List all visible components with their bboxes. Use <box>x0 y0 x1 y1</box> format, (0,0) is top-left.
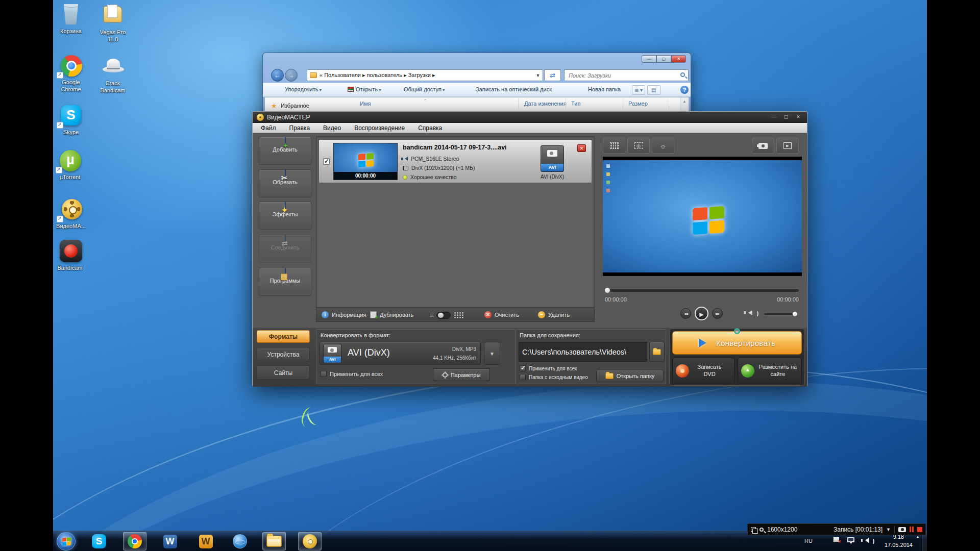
format-selector[interactable]: AVI AVI (DivX) DivX, MP3 44,1 KHz, 256Кб… <box>320 342 481 365</box>
minimize-button[interactable] <box>769 113 778 120</box>
item-checkbox[interactable] <box>323 158 330 165</box>
open-folder-button[interactable]: Открыть папку <box>596 370 664 382</box>
view-toggle[interactable] <box>430 311 464 319</box>
minimize-button[interactable]: — <box>642 55 656 63</box>
format-dropdown-button[interactable] <box>484 342 500 365</box>
close-button[interactable]: ✕ <box>671 55 686 63</box>
videomaster-titlebar[interactable]: ВидеоМАСТЕР <box>253 112 807 123</box>
fullscreen-button[interactable] <box>776 138 799 154</box>
join-button[interactable]: ⇄ Соединить <box>259 235 311 263</box>
forward-button[interactable]: → <box>285 69 298 82</box>
desktop-icon-vegas-pro[interactable]: Vegas Pro 11.0 <box>92 4 134 43</box>
parameters-button[interactable]: Параметры <box>433 368 490 381</box>
desktop-icon-videomaster[interactable]: ВидеоМА... <box>50 198 92 230</box>
close-button[interactable] <box>794 113 803 120</box>
taskbar-word-orange[interactable]: W <box>194 532 217 550</box>
clear-button[interactable]: ✕ Очистить <box>484 311 519 318</box>
seek-slider[interactable] <box>605 289 799 292</box>
desktop-icon-recycle-bin[interactable]: Корзина <box>50 3 92 35</box>
burn-button[interactable]: Записать на оптический диск <box>476 86 552 92</box>
taskbar-skype[interactable]: S <box>87 532 111 550</box>
dropdown-arrow-icon[interactable] <box>886 527 891 532</box>
desktop-icon-bandicam[interactable]: Bandicam <box>49 240 91 272</box>
speaker-icon[interactable] <box>863 538 869 543</box>
maximize-button[interactable]: ▢ <box>656 55 671 63</box>
organize-button[interactable]: Упорядочить <box>285 86 322 92</box>
desktop-icon-skype[interactable]: Skype <box>50 104 92 136</box>
menu-help[interactable]: Справка <box>418 124 442 132</box>
volume-knob[interactable] <box>792 311 798 317</box>
burn-dvd-button[interactable]: Записать DVD <box>672 358 734 384</box>
trim-button[interactable]: ✂ Обрезать <box>259 169 311 197</box>
delete-button[interactable]: – Удалить <box>538 311 570 318</box>
source-folder-checkbox-row[interactable]: Папка с исходным видео <box>520 374 588 380</box>
apply-all-checkbox-row[interactable]: Применить для всех <box>520 365 577 371</box>
column-header-name[interactable]: Имя <box>360 101 371 107</box>
effects-button[interactable]: ✦ Эффекты <box>259 202 311 230</box>
column-separator[interactable] <box>518 98 519 109</box>
brightness-button[interactable] <box>652 138 674 154</box>
column-separator[interactable] <box>566 98 566 109</box>
open-button[interactable]: Открыть <box>348 86 381 92</box>
search-box[interactable] <box>564 69 689 81</box>
zoom-icon[interactable] <box>760 528 764 532</box>
menu-video[interactable]: Видео <box>323 124 341 132</box>
menu-edit[interactable]: Правка <box>289 124 310 132</box>
column-header-size[interactable]: Размер <box>628 101 648 107</box>
desktop-icon-google-chrome[interactable]: Google Chrome <box>50 54 92 93</box>
column-header-date[interactable]: Дата изменения <box>524 101 567 107</box>
info-button[interactable]: i Информация <box>322 311 366 318</box>
checkbox[interactable] <box>321 371 327 377</box>
search-input[interactable] <box>565 70 688 81</box>
checkbox[interactable] <box>520 365 526 371</box>
save-path-input[interactable] <box>519 342 647 361</box>
save-path-field[interactable] <box>519 342 647 362</box>
taskbar-word[interactable]: W <box>158 532 182 550</box>
tab-devices[interactable]: Устройства <box>257 347 310 361</box>
action-center-flag-icon[interactable] <box>833 537 839 542</box>
network-icon[interactable] <box>847 537 854 542</box>
menu-file[interactable]: Файл <box>261 124 276 132</box>
snapshot-button[interactable] <box>752 138 774 154</box>
column-separator[interactable] <box>669 98 669 109</box>
desktop-icon-utorrent[interactable]: µTorrent <box>49 149 91 181</box>
next-button[interactable]: ▶▶ <box>712 308 723 319</box>
taskbar-videomaster[interactable] <box>298 532 322 550</box>
menu-playback[interactable]: Воспроизведение <box>354 124 405 132</box>
watermark-button[interactable] <box>627 138 650 154</box>
tab-formats[interactable]: Форматы <box>257 330 310 343</box>
taskbar-browser-globe[interactable] <box>228 532 252 550</box>
video-preview[interactable] <box>603 157 802 276</box>
screenshot-camera-icon[interactable] <box>898 527 906 532</box>
preview-pane-button[interactable]: ▤ <box>647 85 660 95</box>
share-button[interactable]: Общий доступ <box>404 86 445 92</box>
seek-knob[interactable] <box>604 287 610 293</box>
checkbox[interactable] <box>520 374 526 380</box>
convert-button[interactable]: Конвертировать <box>672 331 802 355</box>
volume-icon[interactable] <box>746 310 752 315</box>
programs-button[interactable]: ▦ Программы <box>259 268 311 296</box>
breadcrumb[interactable]: « Пользователи ▸ пользователь ▸ Загрузки… <box>320 72 533 79</box>
volume-slider[interactable] <box>764 313 797 315</box>
desktop-icon-crack-bandicam[interactable]: Crack Bandicam <box>92 55 134 94</box>
favorites-label[interactable]: Избранное <box>281 103 309 109</box>
apply-all-checkbox-row[interactable]: Применить для всех <box>321 371 383 377</box>
previous-button[interactable]: ◀◀ <box>680 308 691 319</box>
stop-recording-button[interactable] <box>917 527 922 532</box>
address-dropdown-arrow-icon[interactable] <box>533 73 543 78</box>
play-button[interactable]: ▶ <box>695 307 708 320</box>
change-view-button[interactable]: ≣ ▾ <box>632 85 645 95</box>
back-button[interactable]: ← <box>271 69 284 82</box>
show-hidden-icons-button[interactable] <box>916 535 920 539</box>
view-switch[interactable] <box>436 312 451 319</box>
upload-site-button[interactable]: Разместить на сайте <box>738 358 802 384</box>
duplicate-button[interactable]: Дублировать <box>370 311 413 318</box>
tab-sites[interactable]: Сайты <box>257 365 310 380</box>
window-capture-icon[interactable] <box>751 527 756 532</box>
language-indicator[interactable]: RU <box>804 538 813 544</box>
column-header-type[interactable]: Тип <box>571 101 580 107</box>
browse-folder-button[interactable] <box>649 342 665 362</box>
refresh-button[interactable] <box>544 69 561 81</box>
taskbar-explorer[interactable] <box>262 532 286 550</box>
add-button[interactable]: + Добавить <box>259 137 311 165</box>
